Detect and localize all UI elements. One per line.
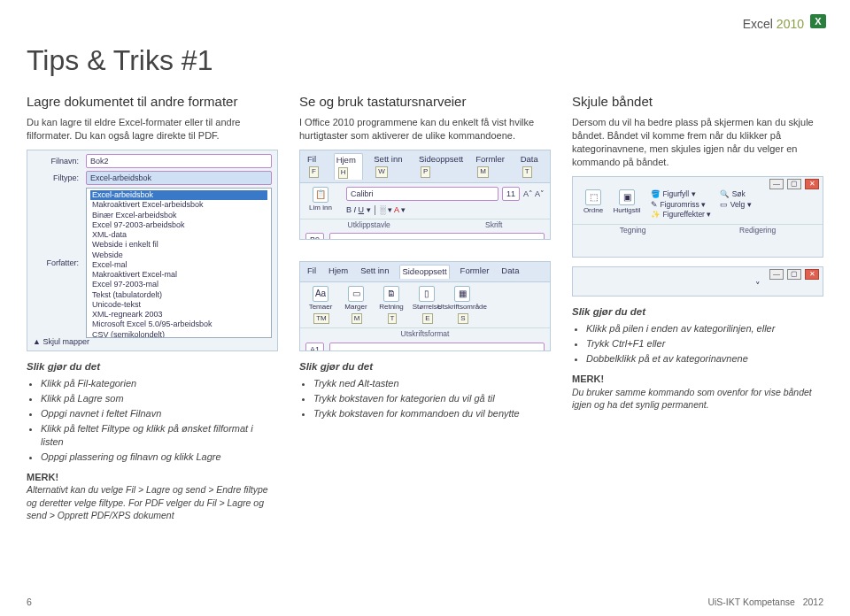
col3-heading: Skjule båndet [572,93,823,111]
paste-button[interactable]: 📋Lim inn [305,187,336,213]
close-button[interactable]: ✕ [805,179,819,189]
col2-heading: Se og bruk tastatursnarveier [299,93,551,111]
col3-intro: Dersom du vil ha bedre plass på skjermen… [572,116,823,168]
col3-note-label: MERK! [572,373,823,386]
tab-formler[interactable]: FormlerM [474,153,509,180]
saveas-filtype-field[interactable]: Excel-arbeidsbok [86,171,272,185]
orientation-button[interactable]: 🗎RetningT [376,286,406,325]
select-btn[interactable]: ▭ Velg ▾ [720,200,751,211]
step: Klikk på feltet Filtype og klikk på ønsk… [41,422,278,449]
dd-item[interactable]: Microsoft Excel 5.0/95-arbeidsbok [90,320,267,329]
dd-item[interactable]: Excel 97-2003-mal [90,280,267,289]
minimize-button[interactable]: — [769,179,784,189]
brand-product: Excel 2010 [743,17,804,31]
tab-settinn[interactable]: Sett inn [359,265,390,279]
col3-note-text: Du bruker samme kommando som ovenfor for… [572,386,823,411]
page-title: Tips & Triks #1 [27,44,823,77]
dd-item[interactable]: Webside i enkelt fil [90,240,267,250]
step: Oppgi navnet i feltet Filnavn [41,407,278,420]
saveas-screenshot: Filnavn: Bok2 Filtype: Excel-arbeidsbok … [27,150,278,351]
columns: Lagre dokumentet til andre formater Du k… [27,93,823,521]
tab-settinn[interactable]: Sett innW [372,153,408,180]
col2-howto-title: Slik gjør du det [299,360,551,374]
skjul-mapper-toggle[interactable]: ▲ Skjul mapper [33,336,89,347]
page-number: 6 [27,597,32,607]
dd-item[interactable]: Tekst (tabulatordelt) [90,290,267,300]
maximize-button[interactable]: ▢ [787,269,801,280]
tab-fil[interactable]: FilF [305,153,325,180]
shape-effects-btn[interactable]: ✨ Figureffekter ▾ [651,210,711,220]
dd-item[interactable]: Webside [90,250,267,260]
tab-hjem[interactable]: Hjem [327,265,350,279]
shape-fill-btn[interactable]: 🪣 Figurfyll ▾ [651,189,711,200]
expand-ribbon-icon[interactable]: ˅ [755,280,761,293]
dd-item[interactable]: XML-regneark 2003 [90,310,267,320]
find-btn[interactable]: 🔍 Søk [720,189,751,200]
col3-steps: Klikk på pilen i enden av kategorilinjen… [586,322,823,366]
saveas-filtype-label: Filtype: [33,173,79,183]
shape-outline-btn[interactable]: ✎ Figuromriss ▾ [651,200,711,211]
col1-note-text: Alternativt kan du velge Fil > Lagre og … [27,483,278,521]
step: Dobbelklikk på et av kategorinavnene [586,352,823,366]
tab-sideoppsett[interactable]: SideoppsettP [417,153,465,180]
dd-item[interactable]: Excel-mal [90,260,267,270]
group-label: Skrift [485,220,502,230]
page-footer: 6 UiS-IKT Kompetanse 2012 [27,597,823,607]
minimize-button[interactable]: — [769,269,784,280]
group-label: Utskriftsformat [300,327,550,340]
formula-bar[interactable] [329,233,545,240]
window-controls: — ▢ ✕ [769,269,819,280]
formula-bar[interactable] [329,343,545,351]
dd-item[interactable]: CSV (semikolondelt) [90,330,267,339]
orientation-icon: 🗎 [383,286,399,302]
brand-product-name: Excel [743,17,773,31]
ribbon-collapsed-screenshot: — ▢ ✕ ˅ [572,266,823,296]
step: Klikk på Lagre som [41,392,278,405]
tab-fil[interactable]: Fil [305,265,318,279]
step: Trykk bokstaven for kommandoen du vil be… [313,407,551,420]
maximize-button[interactable]: ▢ [787,179,801,189]
col2-steps: Trykk ned Alt-tasten Trykk bokstaven for… [313,377,551,420]
dd-item[interactable]: Makroaktivert Excel-mal [90,270,267,280]
col1-note-label: MERK! [27,471,278,484]
dd-item[interactable]: Makroaktivert Excel-arbeidsbok [90,200,267,210]
quickstyle-icon: ▣ [619,189,635,205]
margins-icon: ▭ [348,286,364,302]
saveas-filnavn-field[interactable]: Bok2 [86,154,272,168]
dd-item[interactable]: XML-data [90,230,267,240]
dd-item[interactable]: Excel-arbeidsbok [90,190,267,200]
close-button[interactable]: ✕ [805,269,819,280]
step: Klikk på pilen i enden av kategorilinjen… [586,322,823,335]
themes-button[interactable]: AaTemaerTM [305,286,336,325]
fontsize-combo[interactable]: 11 [502,187,520,201]
printarea-button[interactable]: ▦UtskriftsområdeS [447,286,477,325]
step: Trykk Ctrl+F1 eller [586,337,823,350]
saveas-filtype-dropdown[interactable]: Excel-arbeidsbok Makroaktivert Excel-arb… [86,188,272,338]
font-combo[interactable]: Calibri [346,187,498,201]
dd-item[interactable]: Binær Excel-arbeidsbok [90,211,267,220]
tab-hjem[interactable]: HjemH [334,153,364,180]
window-controls: — ▢ ✕ [769,179,819,189]
tab-data[interactable]: Data [499,265,521,279]
name-box[interactable]: A1 [305,343,324,351]
col1-howto-title: Slik gjør du det [27,360,278,374]
quickstyle-button[interactable]: ▣Hurtigstil [612,189,642,216]
footer-credit: UiS-IKT Kompetanse 2012 [707,597,823,607]
margins-button[interactable]: ▭MargerM [341,286,371,325]
tab-data[interactable]: DataT [519,153,545,180]
column-shortcuts: Se og bruk tastatursnarveier I Office 20… [299,93,551,521]
name-box[interactable]: B9 [305,233,324,240]
tab-sideoppsett[interactable]: Sideoppsett [399,265,449,279]
printarea-icon: ▦ [454,286,470,302]
saveas-filnavn-label: Filnavn: [33,156,79,166]
dd-item[interactable]: Excel 97-2003-arbeidsbok [90,220,267,230]
clipboard-icon: 📋 [313,187,328,203]
group-label: Redigering [739,226,776,235]
dd-item[interactable]: Unicode-tekst [90,300,267,310]
arrange-button[interactable]: ⬚Ordne [578,189,608,216]
tab-formler[interactable]: Formler [459,265,491,279]
group-label: Utklippstavle [348,220,390,230]
ribbon-tabs: FilF HjemH Sett innW SideoppsettP Formle… [300,150,550,183]
step: Oppgi plassering og filnavn og klikk Lag… [41,450,278,464]
pagesize-icon: ▯ [419,286,435,302]
